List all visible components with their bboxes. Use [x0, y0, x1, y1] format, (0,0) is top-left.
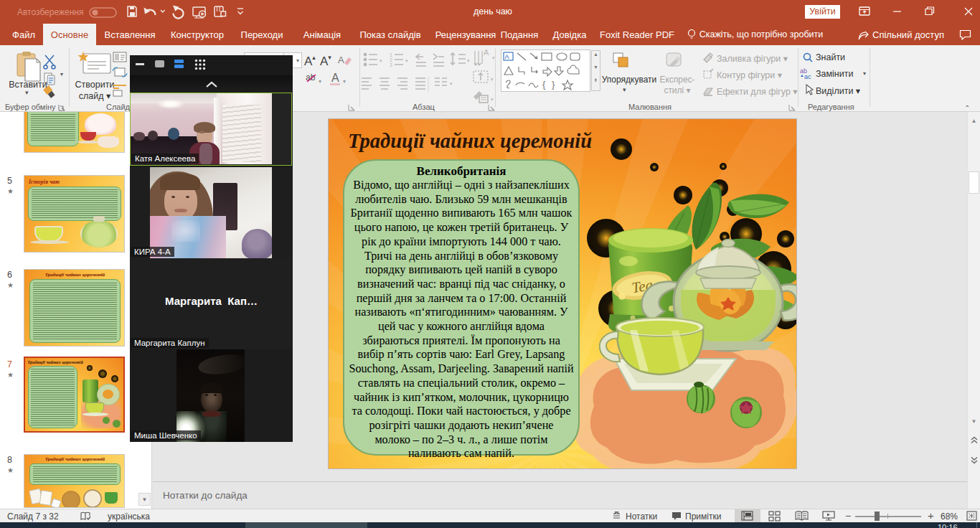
svg-text:3: 3 [390, 62, 392, 67]
svg-text:▾: ▾ [405, 58, 408, 63]
svg-text:2: 2 [390, 57, 392, 62]
svg-text:ac: ac [804, 73, 811, 80]
svg-text:▾: ▾ [319, 78, 321, 85]
svg-text:ab: ab [306, 72, 316, 82]
svg-text:▾: ▾ [380, 58, 382, 63]
svg-text:{: { [542, 79, 546, 90]
svg-text:A: A [331, 72, 339, 84]
svg-text:A: A [484, 48, 489, 57]
svg-text:▾: ▾ [491, 77, 494, 82]
svg-text:▾: ▾ [343, 78, 346, 85]
svg-text:▾: ▾ [467, 58, 470, 63]
svg-text:1: 1 [390, 52, 392, 57]
svg-text:A: A [505, 53, 509, 60]
svg-text:▾: ▾ [450, 81, 453, 86]
svg-text:}: } [552, 79, 555, 90]
svg-text:▾: ▾ [491, 97, 494, 102]
svg-text:▾: ▾ [492, 55, 495, 60]
svg-text:A: A [338, 55, 344, 65]
